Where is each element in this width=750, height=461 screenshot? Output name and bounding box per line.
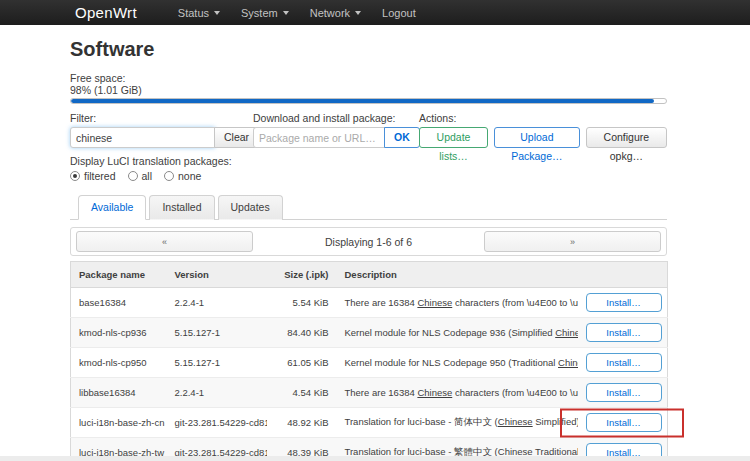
ok-button[interactable]: OK (384, 127, 420, 148)
package-name: kmod-nls-cp936 (71, 318, 167, 348)
package-version: 5.15.127-1 (167, 318, 267, 348)
table-row: kmod-nls-cp936 5.15.127-1 84.40 KiB Kern… (71, 318, 668, 348)
free-space-label: Free space: (70, 72, 667, 84)
free-space-progressbar (70, 98, 667, 104)
package-size: 5.54 KiB (267, 288, 337, 318)
prev-page-button[interactable]: « (76, 231, 253, 252)
col-header-package-name: Package name (71, 262, 167, 288)
install-button[interactable]: Install… (586, 293, 662, 312)
package-description: Kernel module for NLS Codepage 936 (Simp… (337, 318, 578, 348)
page-title: Software (70, 25, 667, 72)
nav-item-system[interactable]: System (241, 7, 289, 19)
col-header-size: Size (.ipk) (267, 262, 337, 288)
col-header-action (578, 262, 668, 288)
package-size: 48.92 KiB (267, 408, 337, 438)
update-lists-button[interactable]: Update lists… (419, 127, 488, 148)
package-version: 2.2.4-1 (167, 288, 267, 318)
package-size: 61.05 KiB (267, 348, 337, 378)
table-row-highlighted: luci-i18n-base-zh-cn git-23.281.54229-cd… (71, 408, 668, 438)
table-row: kmod-nls-cp950 5.15.127-1 61.05 KiB Kern… (71, 348, 668, 378)
filter-match: Chinese (417, 387, 452, 398)
package-size: 4.54 KiB (267, 378, 337, 408)
tab-available[interactable]: Available (78, 195, 146, 220)
chevron-down-icon (355, 11, 361, 15)
radio-button-icon (128, 171, 138, 181)
configure-opkg-button[interactable]: Configure opkg… (586, 127, 667, 148)
filter-match: Chinese (558, 357, 577, 368)
install-button[interactable]: Install… (586, 353, 662, 372)
download-input[interactable] (253, 127, 385, 148)
package-version: 2.2.4-1 (167, 378, 267, 408)
package-name: libbase16384 (71, 378, 167, 408)
chevron-down-icon (283, 11, 289, 15)
package-description: Translation for luci-base - 简体中文 (Chines… (337, 408, 578, 438)
radio-button-icon (70, 171, 80, 181)
package-size: 84.40 KiB (267, 318, 337, 348)
package-description: There are 16384 Chinese characters (from… (337, 378, 578, 408)
free-space-progress-fill (71, 99, 654, 103)
radio-filtered[interactable]: filtered (70, 170, 116, 182)
openwrt-logo: OpenWrt (75, 4, 137, 21)
controls-row: Filter: Clear Download and install packa… (70, 112, 667, 148)
radio-button-icon (164, 171, 174, 181)
package-description: Kernel module for NLS Codepage 950 (Trad… (337, 348, 578, 378)
tab-installed[interactable]: Installed (149, 195, 214, 220)
table-header-row: Package name Version Size (.ipk) Descrip… (71, 262, 668, 288)
nav-item-logout[interactable]: Logout (382, 7, 416, 19)
col-header-version: Version (167, 262, 267, 288)
package-version: git-23.281.54229-cd81f2f (167, 408, 267, 438)
filter-match: Chinese (498, 416, 533, 427)
package-table: Package name Version Size (.ipk) Descrip… (70, 261, 668, 461)
tab-updates[interactable]: Updates (218, 195, 283, 220)
upload-package-button[interactable]: Upload Package… (494, 127, 580, 148)
actions-label: Actions: (419, 112, 667, 124)
package-version: 5.15.127-1 (167, 348, 267, 378)
nav-item-network[interactable]: Network (310, 7, 361, 19)
pagination-top: « Displaying 1-6 of 6 » (70, 227, 667, 256)
nav-item-status[interactable]: Status (178, 7, 220, 19)
table-row: base16384 2.2.4-1 5.54 KiB There are 163… (71, 288, 668, 318)
translation-packages-group: Display LuCI translation packages: filte… (70, 155, 667, 182)
free-space-value: 98% (1.01 GiB) (70, 84, 667, 96)
col-header-description: Description (337, 262, 578, 288)
top-navbar: OpenWrt Status System Network Logout (0, 0, 750, 25)
pagination-status: Displaying 1-6 of 6 (325, 236, 412, 248)
package-name: base16384 (71, 288, 167, 318)
next-page-button[interactable]: » (484, 231, 661, 252)
package-name: kmod-nls-cp950 (71, 348, 167, 378)
radio-all[interactable]: all (128, 170, 153, 182)
translation-packages-label: Display LuCI translation packages: (70, 155, 667, 167)
install-button[interactable]: Install… (586, 383, 662, 402)
install-button[interactable]: Install… (586, 413, 662, 432)
filter-match: Chinese (555, 327, 577, 338)
filter-input[interactable] (70, 127, 215, 148)
footer-strip (0, 456, 750, 461)
filter-label: Filter: (70, 112, 253, 124)
radio-none[interactable]: none (164, 170, 201, 182)
chevron-down-icon (214, 11, 220, 15)
download-label: Download and install package: (253, 112, 419, 124)
table-row: libbase16384 2.2.4-1 4.54 KiB There are … (71, 378, 668, 408)
install-button[interactable]: Install… (586, 323, 662, 342)
filter-match: Chinese (417, 297, 452, 308)
package-name: luci-i18n-base-zh-cn (71, 408, 167, 438)
package-tabs: Available Installed Updates (70, 195, 667, 220)
package-description: There are 16384 Chinese characters (from… (337, 288, 578, 318)
